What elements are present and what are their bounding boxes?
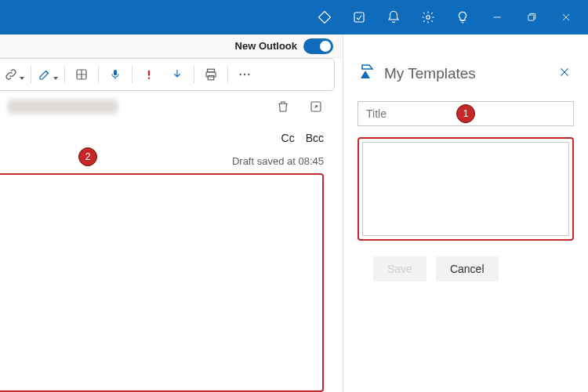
draft-status-text: Draft saved at 08:45 (232, 155, 324, 167)
link-icon[interactable] (1, 61, 27, 88)
svg-point-11 (244, 74, 245, 75)
cc-bcc-row: Cc Bcc (0, 118, 343, 152)
bell-icon[interactable] (376, 0, 411, 34)
svg-rect-9 (208, 76, 214, 80)
svg-point-10 (240, 74, 241, 75)
content-area: New Outlook (0, 34, 588, 392)
cc-button[interactable]: Cc (281, 132, 295, 144)
titlebar (0, 0, 588, 34)
new-outlook-label: New Outlook (235, 40, 297, 52)
diamond-icon[interactable] (307, 0, 342, 34)
note-icon[interactable] (342, 0, 376, 34)
cancel-button[interactable]: Cancel (436, 256, 499, 281)
new-outlook-banner: New Outlook (0, 34, 343, 58)
message-header (0, 91, 343, 118)
templates-icon (358, 63, 376, 84)
importance-high-icon[interactable] (136, 61, 162, 88)
trash-icon[interactable] (275, 99, 291, 114)
compose-toolbar (0, 58, 335, 91)
popout-icon[interactable] (308, 99, 324, 114)
panel-button-row: Save Cancel (358, 256, 574, 281)
template-body-highlight (358, 137, 574, 241)
template-title-field-wrap: 1 (358, 101, 574, 126)
more-options-icon[interactable] (231, 61, 258, 88)
compose-pane: New Outlook (0, 34, 343, 392)
table-icon[interactable] (68, 61, 95, 88)
draft-status-row: 2 Draft saved at 08:45 (0, 152, 343, 172)
panel-close-icon[interactable] (555, 63, 574, 84)
lightbulb-icon[interactable] (445, 0, 480, 34)
callout-marker-1: 1 (456, 104, 475, 123)
panel-title: My Templates (384, 65, 476, 82)
gear-icon[interactable] (411, 0, 445, 34)
restore-icon[interactable] (514, 0, 549, 34)
new-outlook-toggle[interactable] (303, 38, 333, 54)
svg-rect-4 (114, 70, 117, 75)
svg-point-6 (148, 78, 150, 79)
bcc-button[interactable]: Bcc (306, 132, 324, 144)
svg-point-12 (248, 74, 249, 75)
download-icon[interactable] (164, 61, 191, 88)
signature-icon[interactable] (34, 61, 61, 88)
close-icon[interactable] (549, 0, 583, 34)
svg-rect-0 (354, 13, 364, 22)
dictate-icon[interactable] (102, 61, 129, 88)
save-button[interactable]: Save (373, 256, 426, 281)
svg-point-1 (426, 16, 430, 20)
template-body-input[interactable] (362, 142, 569, 236)
my-templates-panel: My Templates 1 Save Cancel (343, 34, 588, 392)
compose-body-area[interactable] (0, 173, 324, 392)
minimize-icon[interactable] (480, 0, 514, 34)
callout-marker-2: 2 (78, 147, 97, 166)
print-icon[interactable] (198, 61, 224, 88)
recipient-redacted (8, 100, 118, 114)
svg-rect-5 (148, 71, 150, 76)
svg-rect-2 (528, 15, 534, 20)
